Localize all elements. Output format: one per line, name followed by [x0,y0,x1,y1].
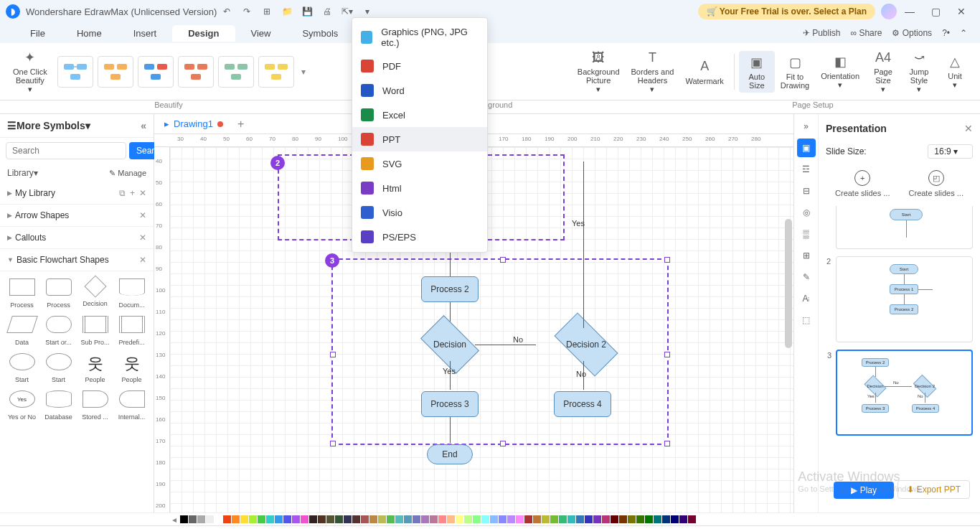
shape-item[interactable]: Database [41,388,76,423]
document-tab[interactable]: ▸ Drawing1 [157,118,230,129]
color-swatch[interactable] [602,515,610,523]
color-swatch[interactable] [438,515,446,523]
theme-swatch[interactable] [98,56,133,88]
menu-view[interactable]: View [235,25,287,42]
color-swatch[interactable] [611,515,618,523]
shape-item[interactable]: 웃People [114,350,149,386]
export-word[interactable]: Word [352,78,487,103]
export-ppt[interactable]: PPT [352,127,487,151]
slide-thumb-3[interactable]: 3 Process 2 Decision No Decision 2 Yes P… [836,350,973,436]
color-swatch[interactable] [628,515,636,523]
color-swatch[interactable] [301,515,308,523]
color-swatch[interactable] [378,515,386,523]
maximize-button[interactable]: ▢ [923,6,948,17]
menu-symbols[interactable]: Symbols [286,25,354,42]
category-basic-flowchart[interactable]: ▼Basic Flowchart Shapes✕ [0,249,154,271]
tool-8-button[interactable]: Aᵢ [797,289,816,308]
theme-swatch[interactable] [258,56,294,88]
color-swatch[interactable] [404,515,412,523]
color-swatch[interactable] [447,515,455,523]
theme-swatch[interactable] [218,56,254,88]
new-button[interactable]: ⊞ [257,6,277,17]
color-swatch[interactable] [189,515,197,523]
expand-panel-button[interactable]: » [797,117,816,136]
color-swatch[interactable] [318,515,326,523]
color-swatch[interactable] [654,515,661,523]
create-slides-1-button[interactable]: +Create slides ... [835,170,890,197]
node-process4[interactable]: Process 4 [554,391,611,417]
jump-style-button[interactable]: ⤻Jump Style ▾ [901,46,937,97]
tool-3-button[interactable]: ⊟ [797,182,816,200]
menu-design[interactable]: Design [172,25,235,42]
help-button[interactable]: ?• [942,28,950,38]
shape-item[interactable]: Predefi... [114,313,149,349]
color-swatch[interactable] [473,515,481,523]
export-ps[interactable]: PS/EPS [352,225,487,249]
export-graphics[interactable]: Graphics (PNG, JPG etc.) [352,21,487,54]
color-swatch[interactable] [309,515,317,523]
redo-button[interactable]: ↷ [237,6,257,17]
search-input[interactable] [6,142,126,159]
color-swatch[interactable] [593,515,601,523]
color-swatch[interactable] [413,515,420,523]
theme-swatch[interactable] [57,56,93,88]
color-swatch[interactable] [679,515,687,523]
color-swatch[interactable] [490,515,498,523]
color-swatch[interactable] [421,515,429,523]
create-slides-2-button[interactable]: ◰Create slides ... [909,170,963,197]
color-swatch[interactable] [524,515,532,523]
export-html[interactable]: Html [352,176,487,200]
background-picture-button[interactable]: 🖼Background Picture ▾ [572,46,626,97]
lib-close-icon[interactable]: ✕ [139,188,146,198]
node-end[interactable]: End [427,444,473,464]
node-process3[interactable]: Process 3 [421,391,479,417]
color-swatch[interactable] [516,515,524,523]
page-size-button[interactable]: A4Page Size ▾ [865,46,901,97]
tool-6-button[interactable]: ⊞ [797,246,816,265]
collapse-ribbon-button[interactable]: ⌃ [960,28,967,38]
theme-swatch[interactable] [178,56,214,88]
color-swatch[interactable] [326,515,334,523]
color-swatch[interactable] [636,515,644,523]
shape-item[interactable]: Docum... [114,276,149,312]
watermark-button[interactable]: AWatermark [679,55,729,88]
export-excel[interactable]: Excel [352,103,487,127]
options-button[interactable]: ⚙ Options [892,28,932,38]
color-swatch[interactable] [481,515,489,523]
slide-size-select[interactable]: 16:9 ▾ [928,144,973,159]
export-dropdown-button[interactable]: ⇱▾ [337,6,357,17]
color-swatch[interactable] [456,515,463,523]
color-swatch[interactable] [507,515,515,523]
color-swatch[interactable] [395,515,403,523]
color-swatch[interactable] [206,515,214,523]
color-swatch[interactable] [361,515,369,523]
color-swatch[interactable] [266,515,274,523]
user-avatar[interactable] [881,4,897,19]
color-swatch[interactable] [258,515,265,523]
one-click-beautify-button[interactable]: ✦ One Click Beautify ▾ [7,46,53,97]
node-decision[interactable]: Decision [425,328,475,361]
open-button[interactable]: 📁 [277,6,297,17]
color-swatch[interactable] [197,515,205,523]
color-swatch[interactable] [533,515,541,523]
color-swatch[interactable] [576,515,584,523]
category-arrow-shapes[interactable]: ▶Arrow Shapes✕ [0,205,154,227]
color-swatch[interactable] [499,515,507,523]
color-swatch[interactable] [619,515,627,523]
category-callouts[interactable]: ▶Callouts✕ [0,227,154,249]
color-swatch[interactable] [240,515,248,523]
theme-swatch[interactable] [138,56,174,88]
shape-item[interactable]: Process [41,276,76,312]
minimize-button[interactable]: — [897,6,923,17]
shape-item[interactable]: 웃People [77,350,113,386]
shape-item[interactable]: Internal... [114,388,149,423]
color-swatch[interactable] [464,515,472,523]
presentation-tool-button[interactable]: ▣ [797,139,816,157]
color-swatch[interactable] [335,515,343,523]
save-button[interactable]: 💾 [297,6,317,17]
tool-5-button[interactable]: ▒ [797,225,816,243]
share-button[interactable]: ∞ Share [851,28,882,38]
slide-thumb-2[interactable]: 2 Start Process 1 Process 2 [836,256,973,342]
category-mylibrary[interactable]: ▶My Library ⧉+✕ [0,182,154,205]
close-icon[interactable]: ✕ [139,255,146,265]
